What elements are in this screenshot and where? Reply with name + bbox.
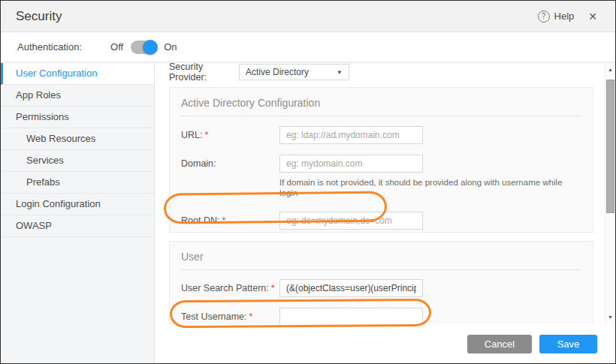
test-username-row: Test Username:* bbox=[181, 308, 581, 324]
root-dn-row: Root DN:* bbox=[181, 212, 581, 230]
user-panel: User User Search Pattern:* Test Username… bbox=[169, 241, 593, 324]
security-provider-value: Active Directory bbox=[246, 67, 337, 77]
chevron-down-icon: ▼ bbox=[337, 69, 343, 76]
active-directory-panel: Active Directory Configuration URL:* Dom… bbox=[169, 87, 593, 233]
url-input[interactable] bbox=[279, 126, 423, 144]
sidebar: User Configuration App Roles Permissions… bbox=[1, 62, 155, 363]
scroll-down-icon[interactable]: ▼ bbox=[605, 312, 615, 323]
content-column: Security Provider: Active Directory ▼ Ac… bbox=[155, 62, 615, 363]
security-dialog: Security ? Help ✕ Authentication: Off On… bbox=[0, 0, 616, 364]
url-row: URL:* bbox=[181, 126, 581, 144]
security-provider-label: Security Provider: bbox=[169, 62, 239, 83]
sidebar-item-app-roles[interactable]: App Roles bbox=[1, 85, 154, 107]
domain-help-text: If domain is not provided, it should be … bbox=[279, 177, 581, 198]
authentication-toggle[interactable] bbox=[131, 41, 156, 54]
title-bar: Security ? Help ✕ bbox=[1, 1, 615, 32]
test-username-input[interactable] bbox=[279, 308, 423, 324]
domain-row: Domain: bbox=[181, 155, 581, 173]
toggle-off-label: Off bbox=[110, 41, 123, 53]
titlebar-actions: ? Help ✕ bbox=[538, 9, 600, 24]
required-marker: * bbox=[271, 283, 275, 293]
active-directory-panel-heading: Active Directory Configuration bbox=[181, 97, 581, 116]
main-area: User Configuration App Roles Permissions… bbox=[1, 62, 615, 363]
user-search-pattern-row: User Search Pattern:* bbox=[181, 279, 581, 297]
domain-input[interactable] bbox=[279, 155, 423, 173]
sidebar-item-login-configuration[interactable]: Login Configuration bbox=[1, 194, 154, 215]
footer-bar: Cancel Save bbox=[155, 324, 615, 363]
sidebar-item-owasp[interactable]: OWASP bbox=[1, 215, 154, 237]
help-button[interactable]: ? Help bbox=[538, 11, 575, 23]
authentication-row: Authentication: Off On bbox=[1, 32, 615, 62]
required-marker: * bbox=[222, 215, 225, 226]
root-dn-label: Root DN:* bbox=[181, 215, 279, 226]
user-panel-heading: User bbox=[181, 251, 581, 270]
scroll-up-icon[interactable]: ▲ bbox=[605, 65, 615, 75]
sidebar-item-web-resources[interactable]: Web Resources bbox=[1, 128, 154, 150]
security-provider-row: Security Provider: Active Directory ▼ bbox=[169, 63, 593, 81]
content-pane: Security Provider: Active Directory ▼ Ac… bbox=[155, 62, 615, 324]
sidebar-item-prefabs[interactable]: Prefabs bbox=[1, 172, 154, 194]
question-circle-icon: ? bbox=[538, 11, 550, 23]
user-search-pattern-input[interactable] bbox=[279, 279, 423, 297]
help-label: Help bbox=[554, 11, 575, 22]
toggle-knob bbox=[143, 40, 158, 55]
page-title: Security bbox=[16, 9, 62, 24]
user-search-pattern-label: User Search Pattern:* bbox=[181, 283, 279, 293]
domain-label: Domain: bbox=[181, 158, 279, 169]
toggle-on-label: On bbox=[164, 41, 177, 53]
sidebar-item-user-configuration[interactable]: User Configuration bbox=[1, 63, 154, 85]
url-label: URL:* bbox=[181, 130, 279, 140]
cancel-button[interactable]: Cancel bbox=[467, 335, 532, 353]
required-marker: * bbox=[204, 130, 208, 140]
sidebar-item-permissions[interactable]: Permissions bbox=[1, 107, 154, 128]
test-username-label: Test Username:* bbox=[181, 311, 279, 322]
sidebar-item-services[interactable]: Services bbox=[1, 150, 154, 172]
authentication-label: Authentication: bbox=[17, 41, 82, 53]
root-dn-input[interactable] bbox=[279, 212, 423, 230]
scrollbar-thumb[interactable] bbox=[606, 80, 614, 213]
security-provider-select[interactable]: Active Directory ▼ bbox=[239, 64, 349, 80]
vertical-scrollbar: ▲ ▼ bbox=[605, 63, 615, 324]
save-button[interactable]: Save bbox=[539, 335, 597, 353]
required-marker: * bbox=[249, 311, 253, 322]
close-icon[interactable]: ✕ bbox=[585, 9, 600, 24]
